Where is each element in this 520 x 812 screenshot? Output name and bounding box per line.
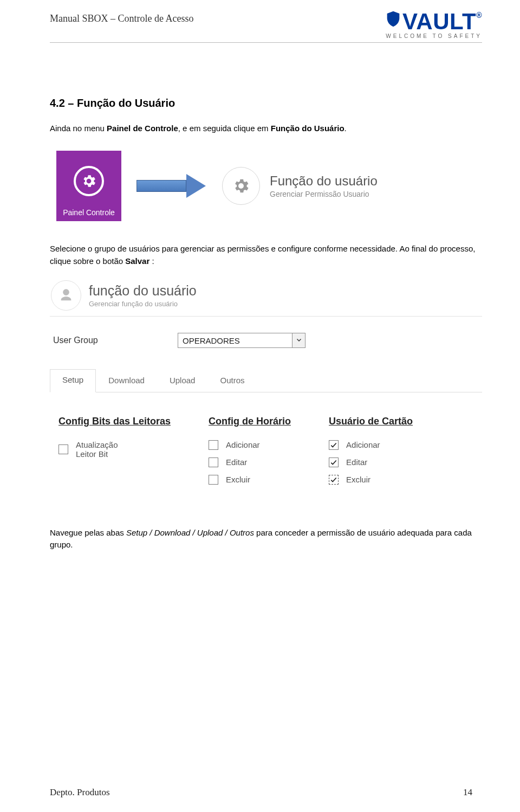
shield-icon (384, 10, 402, 30)
card-sub: Gerenciar Permissão Usuario (270, 190, 378, 198)
perm-col-horario: Config de Horário Adicionar Editar Exclu… (209, 415, 291, 492)
checkbox-checked-icon (329, 457, 339, 467)
gear-user-icon (222, 167, 260, 205)
checkbox-horario-excluir[interactable]: Excluir (209, 475, 291, 485)
section-heading: 4.2 – Função do Usuário (50, 97, 482, 109)
col-title: Config Bits das Leitoras (58, 415, 171, 428)
user-group-value: OPERADORES (178, 333, 292, 348)
checkbox-checked-icon (329, 475, 339, 485)
painel-controle-tile[interactable]: Painel Controle (56, 151, 121, 221)
col-title: Config de Horário (209, 415, 291, 428)
card-title: Função do usuário (270, 173, 378, 189)
logo-tagline: WELCOME TO SAFETY (384, 33, 482, 39)
closing-paragraph: Navegue pelas abas Setup / Download / Up… (50, 527, 482, 551)
user-group-select[interactable]: OPERADORES (178, 333, 306, 348)
user-role-panel: função do usuário Gerenciar função do us… (50, 280, 482, 492)
checkbox-icon (209, 457, 218, 467)
gear-icon (74, 166, 104, 196)
checkbox-cartao-adicionar[interactable]: Adicionar (329, 440, 413, 450)
tile-label: Painel Controle (63, 208, 115, 217)
user-icon (51, 280, 81, 311)
perm-col-cartao: Usuário de Cartão Adicionar Editar Exclu… (329, 415, 413, 492)
panel-title: função do usuário (89, 283, 197, 299)
panel-rule (50, 316, 482, 317)
figure-nav-flow: Painel Controle Função do usuário Gerenc… (56, 151, 482, 221)
checkbox-cartao-excluir[interactable]: Excluir (329, 475, 413, 485)
tab-download[interactable]: Download (96, 370, 157, 392)
user-group-label: User Group (53, 336, 178, 345)
tab-upload[interactable]: Upload (157, 370, 208, 392)
page-footer: Depto. Produtos 14 (0, 787, 520, 798)
tab-setup[interactable]: Setup (50, 369, 96, 392)
registered-mark: ® (476, 11, 482, 20)
page-header: Manual SBOX – Controle de Acesso VAULT® … (0, 0, 520, 39)
checkbox-icon (209, 440, 218, 450)
arrow-icon (136, 174, 207, 198)
user-group-row: User Group OPERADORES (53, 333, 482, 348)
tab-outros[interactable]: Outros (207, 370, 257, 392)
checkbox-cartao-editar[interactable]: Editar (329, 457, 413, 467)
col-title: Usuário de Cartão (329, 415, 413, 428)
panel-subtitle: Gerenciar função do usuário (89, 300, 197, 308)
funcao-usuario-card[interactable]: Função do usuário Gerenciar Permissão Us… (222, 167, 378, 205)
checkbox-horario-adicionar[interactable]: Adicionar (209, 440, 291, 450)
page-content: 4.2 – Função do Usuário Ainda no menu Pa… (0, 43, 520, 551)
checkbox-icon (58, 444, 68, 454)
perm-col-leitoras: Config Bits das Leitoras Atualização Lei… (58, 415, 171, 492)
chevron-down-icon[interactable] (292, 333, 306, 348)
intro-paragraph-1: Ainda no menu Painel de Controle, e em s… (50, 123, 482, 135)
tabs: Setup Download Upload Outros (50, 369, 482, 392)
checkbox-horario-editar[interactable]: Editar (209, 457, 291, 467)
checkbox-atualizacao-leitor-bit[interactable]: Atualização Leitor Bit (58, 440, 171, 459)
panel-header: função do usuário Gerenciar função do us… (50, 280, 482, 311)
logo-text: VAULT® (384, 11, 482, 32)
footer-dept: Depto. Produtos (50, 787, 110, 798)
intro-paragraph-2: Selecione o grupo de usuários para geren… (50, 243, 482, 267)
footer-page: 14 (463, 787, 472, 798)
logo: VAULT® WELCOME TO SAFETY (384, 11, 482, 39)
permissions-grid: Config Bits das Leitoras Atualização Lei… (58, 415, 482, 492)
checkbox-checked-icon (329, 440, 339, 450)
document-title: Manual SBOX – Controle de Acesso (50, 11, 193, 24)
checkbox-icon (209, 475, 218, 485)
